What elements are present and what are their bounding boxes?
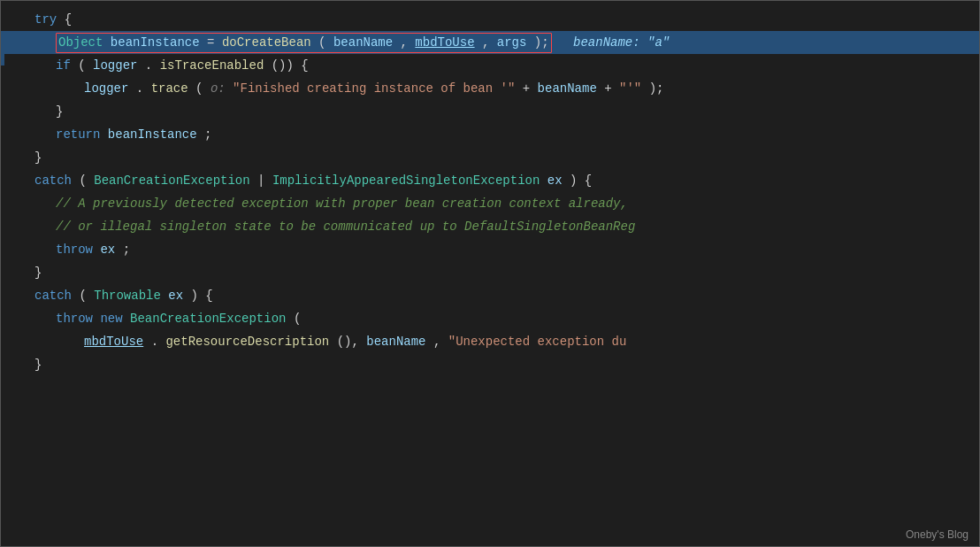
kw-throw2: throw	[56, 312, 93, 326]
line-logger-trace: logger . trace ( o: "Finished creating i…	[1, 77, 979, 100]
var-ex1b: ex	[100, 243, 115, 257]
var-ex1: ex	[547, 173, 563, 188]
content-try: try {	[27, 11, 979, 29]
line-close-if: }	[1, 100, 979, 123]
kw-try: try	[34, 12, 57, 27]
line-catch1: catch ( BeanCreationException | Implicit…	[1, 169, 979, 192]
var-beaninstance: beanInstance	[111, 35, 200, 50]
content-catch2: catch ( Throwable ex ) {	[27, 287, 979, 305]
line-comment1: // A previously detected exception with …	[1, 192, 979, 215]
string-quote: "'"	[619, 81, 641, 96]
var-logger: logger	[93, 58, 137, 73]
string-unexpected: "Unexpected exception du	[448, 335, 627, 349]
content-return: return beanInstance ;	[27, 126, 979, 144]
kw-catch1: catch	[34, 173, 72, 188]
kw-if: if	[56, 58, 71, 73]
content-close-if: }	[27, 103, 979, 121]
line-throw1: throw ex ;	[1, 238, 979, 261]
var-ex2: ex	[168, 289, 183, 303]
kw-catch2: catch	[34, 289, 72, 303]
line-close-try: }	[1, 146, 979, 169]
line-mbdtouse: mbdToUse . getResourceDescription (), be…	[1, 330, 979, 353]
code-editor: try { Object beanInstance = doCreateBean…	[0, 0, 980, 547]
method-getresource: getResourceDescription	[165, 335, 329, 349]
param-mbdtouse: mbdToUse	[415, 35, 474, 50]
blue-indicator-bar	[1, 42, 4, 65]
content-catch1: catch ( BeanCreationException | Implicit…	[27, 172, 979, 190]
code-content: try { Object beanInstance = doCreateBean…	[1, 1, 979, 523]
content-object: Object beanInstance = doCreateBean ( bea…	[27, 33, 979, 53]
line-return: return beanInstance ;	[1, 123, 979, 146]
tooltip-hint: beanName: "a"	[573, 35, 670, 50]
type-iase: ImplicitlyAppearedSingletonException	[272, 173, 540, 188]
var-mbdtouse: mbdToUse	[84, 335, 143, 349]
type-throwable: Throwable	[94, 289, 161, 303]
type-bce2: BeanCreationException	[130, 312, 286, 326]
comment2-text: // or illegal singleton state to be comm…	[56, 220, 635, 234]
kw-throw1: throw	[56, 243, 93, 257]
line-object-highlighted: Object beanInstance = doCreateBean ( bea…	[1, 31, 979, 54]
line-catch2: catch ( Throwable ex ) {	[1, 284, 979, 307]
content-comment1: // A previously detected exception with …	[27, 195, 979, 213]
kw-new: new	[100, 312, 122, 326]
line-close-catch1: }	[1, 261, 979, 284]
param-beanname: beanName	[333, 35, 393, 50]
content-close-try: }	[27, 149, 979, 167]
line-if: if ( logger . isTraceEnabled ()) {	[1, 54, 979, 77]
type-bce: BeanCreationException	[94, 173, 249, 188]
content-throw2: throw new BeanCreationException (	[27, 310, 979, 328]
content-close-catch2: }	[27, 356, 979, 374]
content-comment2: // or illegal singleton state to be comm…	[27, 218, 979, 236]
string-finished: "Finished creating instance of bean '"	[233, 81, 515, 96]
param-args: args	[497, 35, 527, 50]
content-if: if ( logger . isTraceEnabled ()) {	[27, 57, 979, 75]
content-close-catch1: }	[27, 264, 979, 282]
type-object: Object	[58, 35, 103, 50]
var-beaninstance2: beanInstance	[108, 127, 197, 142]
method-istrace: isTraceEnabled	[160, 58, 264, 73]
footer-text: Oneby's Blog	[1, 523, 979, 546]
comment1-text: // A previously detected exception with …	[56, 196, 628, 211]
content-throw1: throw ex ;	[27, 241, 979, 259]
var-beanname3: beanName	[366, 335, 425, 349]
highlighted-code-box: Object beanInstance = doCreateBean ( bea…	[56, 33, 552, 53]
kw-return: return	[56, 127, 100, 142]
method-docreatebean: doCreateBean	[222, 35, 311, 50]
method-trace: trace	[151, 81, 188, 96]
line-try: try {	[1, 8, 979, 31]
var-logger2: logger	[84, 81, 128, 96]
line-throw2: throw new BeanCreationException (	[1, 307, 979, 330]
line-close-catch2: }	[1, 353, 979, 376]
line-comment2: // or illegal singleton state to be comm…	[1, 215, 979, 238]
content-logger: logger . trace ( o: "Finished creating i…	[27, 80, 979, 98]
content-mbdtouse: mbdToUse . getResourceDescription (), be…	[27, 333, 979, 351]
var-beanname2: beanName	[538, 81, 597, 96]
hint-o: o:	[211, 81, 226, 96]
